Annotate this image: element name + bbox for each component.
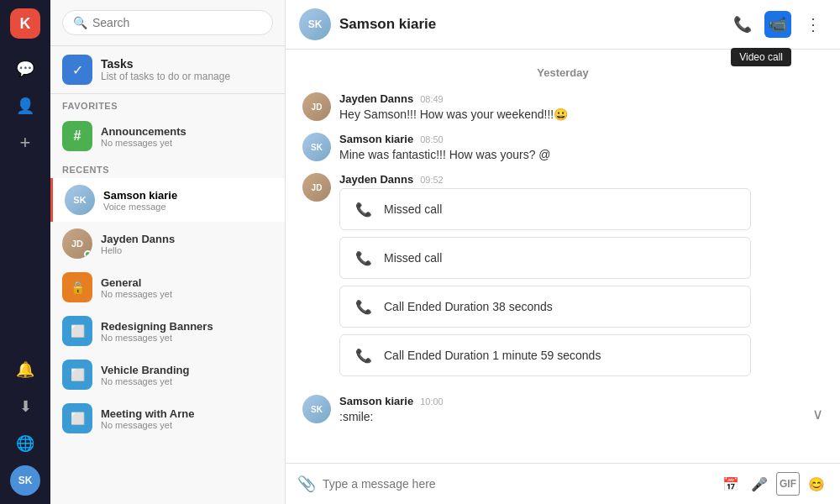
message-2: SK Samson kiarie 08:50 Mine was fantasti… [302, 133, 823, 161]
meeting-text: Meeting with Arne No messages yet [101, 407, 194, 430]
missed-call-icon-1: 📞 [352, 197, 375, 221]
msg-text-4: :smile: [339, 410, 804, 423]
samson-subtitle: Voice message [103, 202, 177, 212]
chat-nav-icon[interactable]: 💬 [10, 54, 40, 84]
message-4: SK Samson kiarie 10:00 :smile: ∨ [302, 395, 823, 423]
msg-time-2: 08:50 [420, 134, 444, 144]
sidebar-item-samson[interactable]: SK Samson kiarie Voice message [50, 178, 285, 222]
mic-icon[interactable]: 🎤 [748, 472, 771, 496]
tasks-subtitle: List of tasks to do or manage [101, 71, 230, 82]
call-ended-label-2: Call Ended Duration 1 minute 59 seconds [384, 349, 601, 362]
sidebar-item-jayden[interactable]: JD Jayden Danns Hello [50, 222, 285, 265]
chat-contact-name: Samson kiarie [339, 16, 721, 33]
msg-text-2: Mine was fantastic!!! How was yours? @ [339, 148, 823, 161]
search-input[interactable] [92, 16, 262, 29]
chat-area: SK Samson kiarie 📞 📹 Video call ⋮ Yester… [286, 0, 840, 504]
general-icon: 🔒 [62, 272, 92, 302]
search-input-wrap[interactable]: 🔍 [62, 10, 273, 35]
message-3: JD Jayden Danns 09:52 📞 Missed call 📞 Mi… [302, 173, 823, 383]
video-call-icon[interactable]: 📹 [764, 11, 791, 38]
sidebar-item-announcements[interactable]: # Announcements No messages yet [50, 114, 285, 158]
calendar-icon[interactable]: 📅 [719, 472, 743, 496]
chat-header-actions: 📞 📹 Video call ⋮ [729, 11, 827, 38]
download-nav-icon[interactable]: ⬇ [10, 391, 40, 422]
add-nav-icon[interactable]: + [10, 128, 40, 158]
globe-nav-icon[interactable]: 🌐 [10, 428, 40, 459]
msg-time-3: 09:52 [420, 175, 444, 185]
announcements-icon: # [62, 121, 92, 151]
announcements-title: Announcements [101, 125, 186, 138]
vehicle-name: Vehicle Branding [101, 364, 189, 376]
redesigning-subtitle: No messages yet [101, 333, 213, 343]
emoji-icon[interactable]: 😊 [805, 472, 828, 496]
missed-call-label-2: Missed call [384, 251, 442, 265]
jayden-subtitle: Hello [101, 245, 175, 255]
meeting-name: Meeting with Arne [101, 407, 194, 420]
attach-icon[interactable]: 📎 [297, 475, 316, 493]
msg-sender-1: Jayden Danns [339, 92, 413, 105]
tasks-title: Tasks [101, 57, 230, 71]
search-icon: 🔍 [73, 16, 87, 29]
jayden-avatar: JD [62, 228, 92, 259]
jayden-name: Jayden Danns [101, 233, 175, 245]
samson-avatar: SK [65, 185, 95, 215]
sidebar-item-vehicle[interactable]: ⬜ Vehicle Branding No messages yet [50, 353, 285, 396]
recents-label: RECENTS [50, 158, 285, 178]
contacts-nav-icon[interactable]: 👤 [10, 91, 40, 121]
more-options-icon[interactable]: ⋮ [800, 11, 827, 38]
phone-icon[interactable]: 📞 [729, 11, 756, 38]
call-ended-icon-2: 📞 [352, 344, 375, 367]
msg-sender-2: Samson kiarie [339, 133, 413, 145]
search-bar: 🔍 [50, 0, 285, 46]
tasks-text: Tasks List of tasks to do or manage [101, 57, 230, 82]
msg-content-4: Samson kiarie 10:00 :smile: [339, 395, 804, 423]
redesigning-text: Redesigning Banners No messages yet [101, 320, 213, 343]
app-logo[interactable]: K [10, 8, 40, 39]
msg-time-1: 08:49 [420, 94, 444, 104]
tasks-item[interactable]: ✓ Tasks List of tasks to do or manage [50, 46, 285, 94]
sidebar-item-meeting[interactable]: ⬜ Meeting with Arne No messages yet [50, 396, 285, 440]
samson-name: Samson kiarie [103, 189, 177, 202]
msg-content-1: Jayden Danns 08:49 Hey Samson!!! How was… [339, 92, 823, 121]
msg-avatar-samson-2: SK [302, 133, 331, 161]
gif-icon[interactable]: GIF [776, 472, 800, 496]
meeting-subtitle: No messages yet [101, 420, 194, 430]
sidebar-item-redesigning[interactable]: ⬜ Redesigning Banners No messages yet [50, 309, 285, 353]
announcements-text: Announcements No messages yet [101, 125, 186, 148]
msg-avatar-samson-4: SK [302, 395, 331, 423]
announcements-subtitle: No messages yet [101, 138, 186, 148]
message-input[interactable] [323, 477, 712, 491]
input-bar: 📎 📅 🎤 GIF 😊 [286, 463, 840, 504]
chat-header: SK Samson kiarie 📞 📹 Video call ⋮ [286, 0, 840, 50]
general-subtitle: No messages yet [101, 289, 172, 299]
chat-contact-avatar: SK [299, 8, 331, 40]
msg-avatar-jayden-3: JD [302, 173, 331, 202]
video-call-tooltip: Video call [731, 48, 791, 66]
call-card-4: 📞 Call Ended Duration 1 minute 59 second… [339, 334, 751, 376]
sidebar: 🔍 ✓ Tasks List of tasks to do or manage … [50, 0, 286, 504]
meeting-icon: ⬜ [62, 403, 92, 433]
expand-icon[interactable]: ∨ [812, 405, 823, 423]
online-indicator [84, 250, 92, 258]
day-label: Yesterday [302, 66, 823, 79]
redesigning-name: Redesigning Banners [101, 320, 213, 333]
tasks-icon: ✓ [62, 55, 92, 85]
messages-area[interactable]: Yesterday JD Jayden Danns 08:49 Hey Sams… [286, 50, 840, 463]
jayden-text: Jayden Danns Hello [101, 233, 175, 255]
bell-nav-icon[interactable]: 🔔 [10, 354, 40, 385]
msg-text-1: Hey Samson!!! How was your weekend!!!😀 [339, 108, 823, 121]
sidebar-item-general[interactable]: 🔒 General No messages yet [50, 265, 285, 309]
input-actions: 📅 🎤 GIF 😊 [719, 472, 828, 496]
favorites-label: FAVORITES [50, 94, 285, 114]
icon-bar: K 💬 👤 + 🔔 ⬇ 🌐 SK [0, 0, 50, 504]
general-name: General [101, 276, 172, 289]
missed-call-label-1: Missed call [384, 202, 442, 216]
call-ended-icon-1: 📞 [352, 295, 375, 318]
msg-content-3: Jayden Danns 09:52 📞 Missed call 📞 Misse… [339, 173, 823, 383]
call-card-2: 📞 Missed call [339, 237, 751, 279]
redesigning-icon: ⬜ [62, 316, 92, 346]
missed-call-icon-2: 📞 [352, 246, 375, 270]
user-avatar-nav[interactable]: SK [10, 465, 40, 496]
video-call-wrap: 📹 Video call [764, 11, 791, 38]
msg-avatar-jayden-1: JD [302, 92, 331, 121]
